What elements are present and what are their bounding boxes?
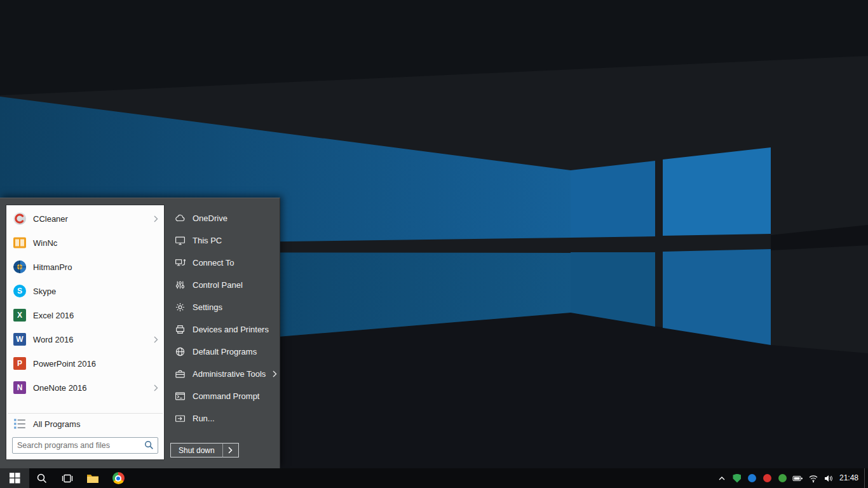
start-menu-item-administrative-tools[interactable]: Administrative Tools <box>165 363 280 385</box>
word-icon: W <box>13 332 27 346</box>
program-label: WinNc <box>33 238 159 248</box>
start-menu-item-run[interactable]: Run... <box>165 407 280 430</box>
all-programs-label: All Programs <box>33 419 159 429</box>
start-button[interactable] <box>0 468 29 488</box>
submenu-chevron-icon <box>153 384 159 391</box>
program-label: PowerPoint 2016 <box>33 359 159 369</box>
command-prompt-icon <box>175 391 186 402</box>
shut-down-label: Shut down <box>179 446 215 455</box>
spacer <box>6 400 164 413</box>
tray-green-app-icon[interactable] <box>775 468 790 488</box>
folder-icon <box>86 473 99 484</box>
start-menu-item-onedrive[interactable]: OneDrive <box>165 207 280 229</box>
program-label: OneNote 2016 <box>33 383 146 393</box>
task-view-icon <box>62 473 73 484</box>
taskbar-clock[interactable]: 21:48 <box>836 468 864 488</box>
volume-icon[interactable] <box>821 468 836 488</box>
submenu-chevron-icon <box>153 336 159 343</box>
printer-icon <box>175 324 186 335</box>
search-icon <box>36 473 48 484</box>
shut-down-options-button[interactable] <box>223 443 239 458</box>
start-menu-item-hitmanpro[interactable]: HitmanPro <box>6 255 164 279</box>
shut-down-button[interactable]: Shut down <box>170 443 223 458</box>
place-label: Administrative Tools <box>193 369 266 379</box>
search-icon[interactable] <box>144 440 154 451</box>
connect-to-icon <box>175 257 186 268</box>
gear-icon <box>175 302 186 313</box>
start-menu-places-panel: OneDrive This PC Connect To <box>165 198 280 468</box>
start-menu-item-excel-2016[interactable]: X Excel 2016 <box>6 303 164 327</box>
winnc-icon <box>13 236 27 250</box>
start-menu-programs-panel: CCleaner WinNc <box>6 205 165 460</box>
start-menu-item-settings[interactable]: Settings <box>165 296 280 318</box>
computer-icon <box>175 235 186 246</box>
onenote-icon: N <box>13 381 27 395</box>
place-label: This PC <box>193 236 271 245</box>
globe-icon <box>175 346 186 357</box>
chrome-button[interactable] <box>105 468 131 488</box>
battery-icon[interactable] <box>790 468 806 488</box>
start-menu-item-onenote-2016[interactable]: N OneNote 2016 <box>6 376 164 400</box>
place-label: Connect To <box>193 258 271 268</box>
excel-icon: X <box>13 308 27 322</box>
show-desktop-button[interactable] <box>864 468 868 488</box>
chevron-right-icon <box>228 447 233 454</box>
taskbar: 21:48 <box>0 468 868 488</box>
ccleaner-icon <box>13 212 27 226</box>
chrome-icon <box>112 472 125 484</box>
shutdown-row: Shut down <box>165 443 280 458</box>
network-wifi-icon[interactable] <box>806 468 821 488</box>
place-label: OneDrive <box>193 214 271 223</box>
tray-blue-app-icon[interactable] <box>745 468 760 488</box>
start-menu-item-command-prompt[interactable]: Command Prompt <box>165 385 280 407</box>
place-label: Settings <box>193 302 271 312</box>
program-label: HitmanPro <box>33 262 159 272</box>
start-menu-item-powerpoint-2016[interactable]: P PowerPoint 2016 <box>6 351 164 376</box>
start-menu-item-ccleaner[interactable]: CCleaner <box>6 207 164 231</box>
place-label: Devices and Printers <box>193 325 271 334</box>
start-menu-item-devices-and-printers[interactable]: Devices and Printers <box>165 318 280 341</box>
search-area <box>6 434 164 459</box>
antivirus-shield-icon[interactable] <box>729 468 745 488</box>
all-programs-button[interactable]: All Programs <box>6 414 164 434</box>
place-label: Default Programs <box>193 347 271 356</box>
tray-red-app-icon[interactable] <box>760 468 775 488</box>
place-label: Run... <box>193 414 271 423</box>
all-programs-icon <box>13 417 27 431</box>
skype-icon: S <box>13 284 27 298</box>
powerpoint-icon: P <box>13 356 27 370</box>
submenu-chevron-icon <box>273 370 277 377</box>
program-label: Skype <box>33 287 159 296</box>
file-explorer-button[interactable] <box>80 468 105 488</box>
start-menu-item-word-2016[interactable]: W Word 2016 <box>6 327 164 351</box>
submenu-chevron-icon <box>153 215 159 222</box>
place-label: Control Panel <box>193 280 271 290</box>
chevron-up-icon <box>718 475 726 482</box>
system-tray: 21:48 <box>714 468 868 488</box>
program-label: Word 2016 <box>33 335 146 344</box>
search-input[interactable] <box>17 441 144 450</box>
tray-expand-button[interactable] <box>714 468 729 488</box>
admin-tools-icon <box>175 369 186 379</box>
run-icon <box>175 413 186 424</box>
start-menu-item-this-pc[interactable]: This PC <box>165 229 280 252</box>
start-menu-item-skype[interactable]: S Skype <box>6 279 164 303</box>
onedrive-cloud-icon <box>175 213 186 224</box>
program-label: Excel 2016 <box>33 311 159 320</box>
start-menu-item-winnc[interactable]: WinNc <box>6 231 164 255</box>
taskbar-search-button[interactable] <box>29 468 55 488</box>
control-panel-icon <box>175 280 186 290</box>
place-label: Command Prompt <box>193 391 271 401</box>
search-box[interactable] <box>12 437 158 454</box>
hitmanpro-icon <box>13 260 27 274</box>
program-label: CCleaner <box>33 214 146 224</box>
start-menu-item-default-programs[interactable]: Default Programs <box>165 341 280 363</box>
start-menu: CCleaner WinNc <box>0 198 280 468</box>
windows-logo-icon <box>10 473 20 484</box>
desktop: CCleaner WinNc <box>0 0 868 488</box>
start-menu-item-connect-to[interactable]: Connect To <box>165 252 280 274</box>
start-menu-item-control-panel[interactable]: Control Panel <box>165 274 280 296</box>
task-view-button[interactable] <box>55 468 80 488</box>
